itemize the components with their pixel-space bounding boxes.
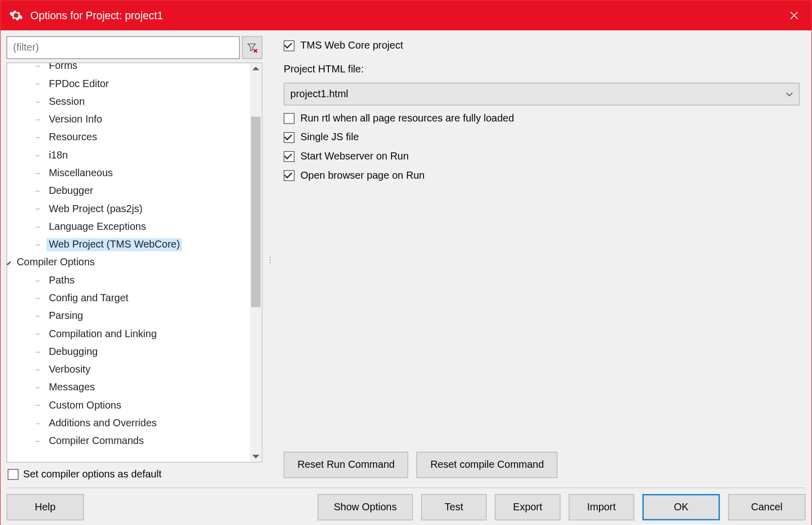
checkbox-icon [284,151,294,162]
tree-item-label: Debugger [47,185,96,198]
tms-label: TMS Web Core project [301,40,403,52]
help-button[interactable]: Help [7,494,84,520]
tree-item[interactable]: ⋯Debugger [7,182,250,200]
combo-value: project1.html [290,88,348,100]
set-default-checkbox[interactable]: Set compiler options as default [7,466,263,483]
tree-item-label: Session [47,95,88,108]
tree-item-label: Paths [47,274,77,287]
tree-item[interactable]: ⋯Parsing [7,307,250,325]
tree-item-label: Parsing [47,309,86,322]
tree-item-label: Verbosity [47,363,93,376]
tree-item-label: Miscellaneous [47,167,115,180]
tree-item[interactable]: ⋯Web Project (TMS WebCore) [7,236,250,254]
single-js-label: Single JS file [301,132,359,144]
right-pane: TMS Web Core project Project HTML file: … [278,36,805,483]
tms-webcore-checkbox[interactable]: TMS Web Core project [284,40,799,52]
tree-connector-icon: ⋯ [36,312,47,320]
checkbox-icon [284,113,294,124]
clear-filter-button[interactable] [242,36,263,59]
tree-item-label: FPDoc Editor [47,77,111,91]
tree-item-label: Additions and Overrides [47,417,159,430]
dialog-body: ⋯Forms⋯FPDoc Editor⋯Session⋯Version Info… [1,30,811,525]
tree-connector-icon: ⋯ [36,276,47,285]
tree-connector-icon: ⋯ [36,348,47,356]
reset-run-button[interactable]: Reset Run Command [284,452,408,478]
tree-scrollbar[interactable] [250,63,262,462]
tree-item[interactable]: ⋯Language Exceptions [7,218,250,235]
tree-connector-icon: ⋯ [36,401,47,410]
tree-item[interactable]: ⋯Config and Target [7,289,250,307]
tree-item[interactable]: ⋯Debugging [7,343,250,360]
run-rtl-checkbox[interactable]: Run rtl when all page resources are full… [284,112,799,125]
run-rtl-label: Run rtl when all page resources are full… [301,112,514,125]
tree-item-label: Custom Options [47,399,124,412]
checkbox-icon [284,170,294,181]
options-tree[interactable]: ⋯Forms⋯FPDoc Editor⋯Session⋯Version Info… [7,62,263,462]
tree-item-label: Config and Target [47,292,131,305]
tree-connector-icon: ⋯ [36,133,47,141]
html-file-combo[interactable]: project1.html [284,83,799,105]
checkbox-icon [8,469,18,480]
import-button[interactable]: Import [569,494,634,520]
show-options-button[interactable]: Show Options [318,494,413,520]
tree-item-label: Resources [47,131,100,144]
cancel-button[interactable]: Cancel [728,494,805,520]
tree-item[interactable]: ⋯Forms [7,63,250,75]
start-ws-label: Start Webserver on Run [301,150,409,163]
tree-item[interactable]: ⋯Compiler Options [7,254,250,271]
tree-connector-icon: ⋯ [36,187,47,195]
reset-buttons: Reset Run Command Reset compile Command [284,447,799,483]
test-button[interactable]: Test [421,494,486,520]
tree-item[interactable]: ⋯Web Project (pas2js) [7,200,250,218]
set-default-label: Set compiler options as default [23,468,161,480]
tree-item-label: Compiler Commands [47,434,146,448]
tree-connector-icon: ⋯ [36,330,47,338]
window-title: Options for Project: project1 [30,9,781,22]
options-dialog: Options for Project: project1 [0,0,812,525]
tree-item[interactable]: ⋯Additions and Overrides [7,414,250,432]
tree-item[interactable]: ⋯FPDoc Editor [7,75,250,93]
tree-item[interactable]: ⋯Compilation and Linking [7,325,250,343]
tree-connector-icon: ⋯ [36,63,47,70]
filter-input[interactable] [7,36,240,59]
left-pane: ⋯Forms⋯FPDoc Editor⋯Session⋯Version Info… [7,36,263,483]
tree-item[interactable]: ⋯Version Info [7,111,250,129]
tree-connector-icon: ⋯ [36,419,47,427]
tree-item[interactable]: ⋯Custom Options [7,396,250,414]
tree-item-label: Web Project (pas2js) [47,203,145,216]
checkbox-icon [284,41,294,51]
tree-item-label: Web Project (TMS WebCore) [47,238,183,251]
export-button[interactable]: Export [495,494,560,520]
single-js-checkbox[interactable]: Single JS file [284,132,799,144]
tree-item[interactable]: ⋯Messages [7,379,250,396]
tree-item[interactable]: ⋯Miscellaneous [7,165,250,182]
filter-row [7,36,263,59]
tree-item-label: Language Exceptions [47,220,149,233]
tree-item[interactable]: ⋯Resources [7,129,250,146]
options-form: TMS Web Core project Project HTML file: … [284,40,799,447]
button-bar: Help Show Options Test Export Import OK … [7,488,805,520]
ok-button[interactable]: OK [643,494,720,520]
start-webserver-checkbox[interactable]: Start Webserver on Run [284,150,799,163]
close-button[interactable] [781,4,808,27]
tree-item[interactable]: ⋯Session [7,93,250,110]
tree-connector-icon: ⋯ [36,80,47,88]
tree-connector-icon: ⋯ [36,366,47,374]
reset-compile-button[interactable]: Reset compile Command [417,452,558,478]
tree-connector-icon: ⋯ [36,223,47,231]
tree-item-label: Version Info [47,113,105,126]
upper-area: ⋯Forms⋯FPDoc Editor⋯Session⋯Version Info… [7,36,805,483]
tree-connector-icon: ⋯ [36,151,47,159]
tree-item[interactable]: ⋯i18n [7,146,250,164]
tree-item[interactable]: ⋯Compiler Commands [7,432,250,450]
tree-item-label: Debugging [47,345,100,358]
splitter[interactable] [268,36,272,483]
chevron-down-icon [786,88,793,100]
open-browser-checkbox[interactable]: Open browser page on Run [284,170,799,182]
tree-item-label: Messages [47,381,98,394]
tree-item[interactable]: ⋯Paths [7,271,250,289]
tree-item-label: Compilation and Linking [47,328,159,341]
tree-item[interactable]: ⋯Verbosity [7,361,250,379]
tree-connector-icon: ⋯ [36,383,47,391]
scrollbar-thumb[interactable] [251,116,261,307]
